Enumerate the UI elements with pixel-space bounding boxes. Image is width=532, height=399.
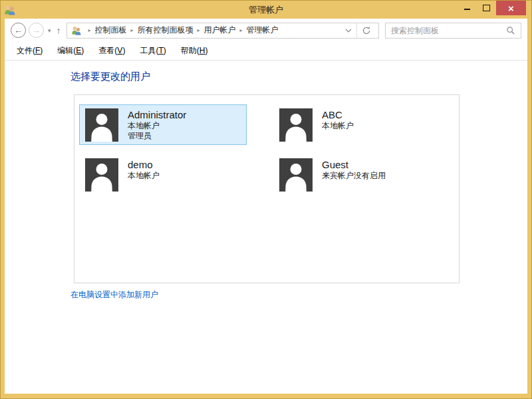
user-list-panel: Administrator 本地帐户 管理员 ABC bbox=[74, 94, 460, 283]
menubar: 文件(F) 编辑(E) 查看(V) 工具(T) 帮助(H) bbox=[5, 42, 527, 61]
breadcrumb-separator-icon[interactable]: ▸ bbox=[194, 27, 204, 33]
breadcrumb-item-control-panel[interactable]: 控制面板 bbox=[95, 25, 127, 36]
window-body: ← → ▾ ↑ ▸ 控制面板 ▸ 所有控制面板项 ▸ 用户帐户 bbox=[5, 19, 527, 394]
menu-help[interactable]: 帮助(H) bbox=[181, 45, 208, 57]
user-name: Administrator bbox=[128, 108, 186, 121]
back-button[interactable]: ← bbox=[11, 23, 26, 38]
titlebar[interactable]: 管理帐户 × bbox=[1, 1, 531, 19]
search-box bbox=[385, 23, 521, 39]
back-icon: ← bbox=[14, 25, 23, 35]
maximize-icon bbox=[483, 5, 490, 11]
user-tile-text: demo 本地帐户 bbox=[128, 158, 160, 181]
user-tile-demo[interactable]: demo 本地帐户 bbox=[79, 154, 247, 195]
user-role: 管理员 bbox=[128, 131, 186, 141]
address-dropdown-button[interactable] bbox=[340, 29, 356, 33]
menu-view[interactable]: 查看(V) bbox=[98, 45, 125, 57]
up-button[interactable]: ↑ bbox=[57, 25, 61, 36]
chevron-down-icon: ▾ bbox=[48, 27, 51, 34]
close-icon: × bbox=[508, 3, 514, 13]
breadcrumb: ▸ 控制面板 ▸ 所有控制面板项 ▸ 用户帐户 ▸ 管理帐户 bbox=[66, 23, 379, 39]
window-title: 管理帐户 bbox=[1, 4, 531, 16]
user-account-type: 来宾帐户没有启用 bbox=[322, 171, 386, 181]
refresh-button[interactable] bbox=[357, 26, 376, 35]
user-tile-text: ABC 本地帐户 bbox=[322, 108, 354, 131]
user-account-type: 本地帐户 bbox=[128, 121, 186, 131]
minimize-button[interactable] bbox=[458, 1, 477, 15]
menu-tools[interactable]: 工具(T) bbox=[140, 45, 166, 57]
minimize-icon bbox=[464, 9, 470, 10]
forward-button[interactable]: → bbox=[29, 23, 44, 38]
close-button[interactable]: × bbox=[496, 1, 526, 15]
add-user-link[interactable]: 在电脑设置中添加新用户 bbox=[70, 289, 158, 301]
users-small-icon bbox=[71, 26, 82, 35]
breadcrumb-separator-icon[interactable]: ▸ bbox=[127, 27, 138, 33]
user-tile-abc[interactable]: ABC 本地帐户 bbox=[273, 104, 441, 145]
user-tile-guest[interactable]: Guest 来宾帐户没有启用 bbox=[273, 154, 441, 195]
user-tile-administrator[interactable]: Administrator 本地帐户 管理员 bbox=[79, 104, 247, 145]
user-avatar bbox=[85, 108, 118, 142]
search-input[interactable] bbox=[386, 26, 503, 35]
user-avatar bbox=[279, 158, 313, 192]
breadcrumb-separator-icon[interactable]: ▸ bbox=[84, 27, 95, 33]
recent-pages-dropdown[interactable]: ▾ bbox=[48, 27, 51, 34]
user-name: Guest bbox=[322, 158, 386, 171]
user-avatar bbox=[85, 158, 118, 192]
user-tile-text: Administrator 本地帐户 管理员 bbox=[128, 108, 186, 141]
breadcrumb-separator-icon[interactable]: ▸ bbox=[236, 27, 247, 33]
page-title: 选择要更改的用户 bbox=[70, 70, 150, 83]
user-tile-text: Guest 来宾帐户没有启用 bbox=[322, 158, 386, 181]
forward-icon: → bbox=[32, 25, 41, 35]
address-bar: ← → ▾ ↑ ▸ 控制面板 ▸ 所有控制面板项 ▸ 用户帐户 bbox=[5, 19, 527, 42]
breadcrumb-item-all-items[interactable]: 所有控制面板项 bbox=[138, 25, 194, 36]
main-content: 选择要更改的用户 Administrator 本地帐户 管理员 bbox=[5, 61, 527, 394]
user-avatar bbox=[279, 108, 313, 142]
up-arrow-icon: ↑ bbox=[57, 25, 61, 36]
user-account-type: 本地帐户 bbox=[128, 171, 160, 181]
window-controls: × bbox=[458, 1, 526, 15]
user-name: ABC bbox=[322, 108, 354, 121]
user-account-type: 本地帐户 bbox=[322, 121, 354, 131]
menu-edit[interactable]: 编辑(E) bbox=[57, 45, 84, 57]
maximize-button[interactable] bbox=[477, 1, 496, 15]
menu-file[interactable]: 文件(F) bbox=[17, 45, 43, 57]
search-icon[interactable] bbox=[503, 26, 521, 35]
breadcrumb-item-manage-accounts[interactable]: 管理帐户 bbox=[247, 25, 279, 36]
user-name: demo bbox=[128, 158, 160, 171]
breadcrumb-item-user-accounts[interactable]: 用户帐户 bbox=[204, 25, 236, 36]
manage-accounts-window: 管理帐户 × ← → ▾ ↑ ▸ bbox=[0, 0, 532, 399]
